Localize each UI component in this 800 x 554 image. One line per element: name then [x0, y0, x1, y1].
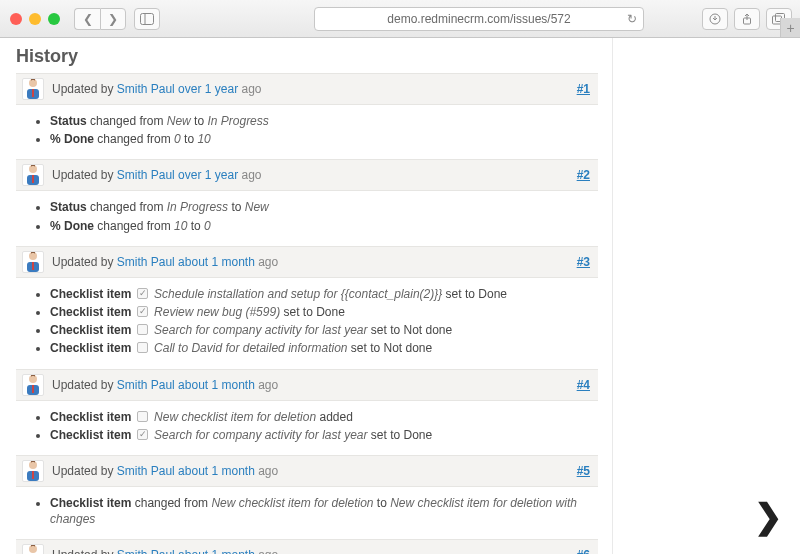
svg-point-16	[29, 545, 37, 553]
maximize-window[interactable]	[48, 13, 60, 25]
close-window[interactable]	[10, 13, 22, 25]
sidebar-toggle[interactable]	[134, 8, 160, 30]
entry-header: Updated by Smith Paul about 1 month ago …	[16, 246, 598, 278]
change-row: % Done changed from 0 to 10	[50, 131, 598, 147]
change-row: Checklist item Search for company activi…	[50, 427, 598, 443]
checkbox-done-icon	[137, 306, 148, 317]
nav-buttons: ❮ ❯	[74, 8, 126, 30]
author-link[interactable]: Smith Paul	[117, 378, 175, 392]
issue-history-page: History Updated by Smith Paul over 1 yea…	[0, 38, 612, 554]
history-entry: Updated by Smith Paul about 1 month ago …	[16, 369, 598, 449]
author-link[interactable]: Smith Paul	[117, 255, 175, 269]
svg-point-14	[29, 461, 37, 469]
minimize-window[interactable]	[29, 13, 41, 25]
window-controls	[10, 13, 60, 25]
history-entry: Updated by Smith Paul about 1 month ago …	[16, 539, 598, 554]
next-arrow-icon[interactable]: ❯	[754, 496, 782, 536]
avatar	[22, 460, 44, 482]
svg-point-10	[29, 252, 37, 260]
author-link[interactable]: Smith Paul	[117, 464, 175, 478]
share-button[interactable]	[734, 8, 760, 30]
entry-header: Updated by Smith Paul over 1 year ago #2	[16, 159, 598, 191]
checkbox-empty-icon	[137, 411, 148, 422]
change-row: Checklist item Review new bug (#599) set…	[50, 304, 598, 320]
change-row: Checklist item Schedule installation and…	[50, 286, 598, 302]
entry-anchor[interactable]: #1	[577, 82, 590, 96]
svg-point-8	[29, 165, 37, 173]
checkbox-empty-icon	[137, 342, 148, 353]
checkbox-done-icon	[137, 429, 148, 440]
time-link[interactable]: over 1 year	[178, 168, 238, 182]
url-text: demo.redminecrm.com/issues/572	[387, 12, 570, 26]
address-bar[interactable]: demo.redminecrm.com/issues/572 ↻	[314, 7, 644, 31]
entry-header: Updated by Smith Paul about 1 month ago …	[16, 539, 598, 554]
svg-rect-0	[141, 13, 154, 24]
history-entry: Updated by Smith Paul about 1 month ago …	[16, 455, 598, 533]
svg-point-6	[29, 79, 37, 87]
time-link[interactable]: about 1 month	[178, 378, 255, 392]
author-link[interactable]: Smith Paul	[117, 548, 175, 554]
avatar	[22, 374, 44, 396]
entry-anchor[interactable]: #5	[577, 464, 590, 478]
entry-header: Updated by Smith Paul about 1 month ago …	[16, 369, 598, 401]
page-title: History	[16, 46, 598, 67]
browser-toolbar: ❮ ❯ demo.redminecrm.com/issues/572 ↻	[0, 0, 800, 38]
checkbox-empty-icon	[137, 324, 148, 335]
downloads-button[interactable]	[702, 8, 728, 30]
reload-icon[interactable]: ↻	[627, 12, 637, 26]
time-link[interactable]: about 1 month	[178, 548, 255, 554]
avatar	[22, 251, 44, 273]
new-tab-button[interactable]: +	[780, 18, 800, 38]
avatar	[22, 544, 44, 554]
avatar	[22, 78, 44, 100]
time-link[interactable]: over 1 year	[178, 82, 238, 96]
forward-button[interactable]: ❯	[100, 8, 126, 30]
change-row: Checklist item Search for company activi…	[50, 322, 598, 338]
entry-anchor[interactable]: #3	[577, 255, 590, 269]
history-entry: Updated by Smith Paul about 1 month ago …	[16, 246, 598, 363]
change-row: Checklist item New checklist item for de…	[50, 409, 598, 425]
entry-anchor[interactable]: #2	[577, 168, 590, 182]
time-link[interactable]: about 1 month	[178, 255, 255, 269]
author-link[interactable]: Smith Paul	[117, 168, 175, 182]
change-row: % Done changed from 10 to 0	[50, 218, 598, 234]
entry-anchor[interactable]: #4	[577, 378, 590, 392]
entry-header: Updated by Smith Paul about 1 month ago …	[16, 455, 598, 487]
history-entry: Updated by Smith Paul over 1 year ago #1…	[16, 73, 598, 153]
entry-meta: Updated by Smith Paul over 1 year ago	[52, 82, 262, 96]
checkbox-done-icon	[137, 288, 148, 299]
history-entry: Updated by Smith Paul over 1 year ago #2…	[16, 159, 598, 239]
change-row: Status changed from In Progress to New	[50, 199, 598, 215]
entry-anchor[interactable]: #6	[577, 548, 590, 554]
change-row: Checklist item Call to David for detaile…	[50, 340, 598, 356]
time-link[interactable]: about 1 month	[178, 464, 255, 478]
avatar	[22, 164, 44, 186]
sidebar-area: ❯	[612, 38, 800, 554]
change-row: Checklist item changed from New checklis…	[50, 495, 598, 527]
author-link[interactable]: Smith Paul	[117, 82, 175, 96]
entry-header: Updated by Smith Paul over 1 year ago #1	[16, 73, 598, 105]
change-row: Status changed from New to In Progress	[50, 113, 598, 129]
svg-point-12	[29, 375, 37, 383]
back-button[interactable]: ❮	[74, 8, 100, 30]
